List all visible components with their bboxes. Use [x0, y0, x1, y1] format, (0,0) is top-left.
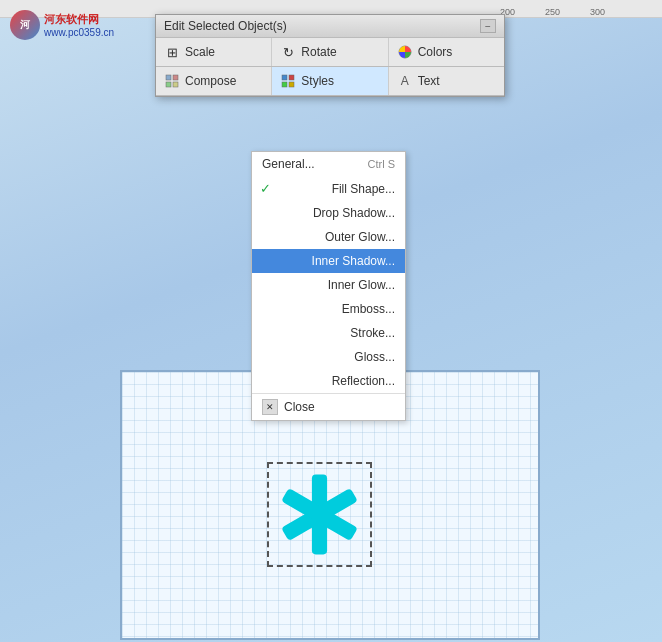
rotate-label: Rotate	[301, 45, 336, 59]
colors-icon	[397, 44, 413, 60]
menu-item-emboss[interactable]: Emboss...	[252, 297, 405, 321]
menu-close-label: Close	[284, 400, 315, 414]
fill-shape-check: ✓	[260, 181, 276, 196]
menu-item-general[interactable]: General... Ctrl S	[252, 152, 405, 176]
menu-item-close[interactable]: ✕ Close	[252, 393, 405, 420]
menu-item-reflection[interactable]: Reflection...	[252, 369, 405, 393]
ruler-mark-300: 300	[590, 7, 605, 17]
menu-item-drop-shadow-label: Drop Shadow...	[313, 206, 395, 220]
svg-rect-4	[166, 75, 171, 80]
rotate-button[interactable]: ↻ Rotate	[272, 38, 388, 66]
menu-item-gloss[interactable]: Gloss...	[252, 345, 405, 369]
styles-label: Styles	[301, 74, 334, 88]
scale-label: Scale	[185, 45, 215, 59]
ruler-mark-250: 250	[545, 7, 560, 17]
styles-button[interactable]: Styles	[272, 67, 388, 95]
menu-item-inner-glow[interactable]: Inner Glow...	[252, 273, 405, 297]
menu-item-inner-shadow-label: Inner Shadow...	[312, 254, 395, 268]
asterisk-container	[267, 462, 372, 567]
asterisk-shape	[272, 467, 367, 562]
compose-button[interactable]: Compose	[156, 67, 272, 95]
compose-label: Compose	[185, 74, 236, 88]
watermark-url: www.pc0359.cn	[44, 27, 114, 38]
svg-rect-10	[282, 82, 287, 87]
menu-item-emboss-label: Emboss...	[342, 302, 395, 316]
watermark-logo: 河	[10, 10, 40, 40]
menu-item-inner-glow-label: Inner Glow...	[328, 278, 395, 292]
dialog-titlebar: Edit Selected Object(s) −	[156, 15, 504, 38]
menu-item-fill-shape[interactable]: ✓ Fill Shape...	[252, 176, 405, 201]
menu-item-general-label: General...	[262, 157, 315, 171]
colors-button[interactable]: Colors	[389, 38, 504, 66]
compose-icon	[164, 73, 180, 89]
svg-rect-11	[289, 82, 294, 87]
menu-item-stroke[interactable]: Stroke...	[252, 321, 405, 345]
menu-item-stroke-label: Stroke...	[350, 326, 395, 340]
text-button[interactable]: A Text	[389, 67, 504, 95]
menu-item-general-shortcut: Ctrl S	[368, 158, 396, 170]
styles-icon	[280, 73, 296, 89]
rotate-icon: ↻	[280, 44, 296, 60]
svg-rect-8	[282, 75, 287, 80]
menu-item-gloss-label: Gloss...	[354, 350, 395, 364]
menu-item-fill-shape-label: Fill Shape...	[332, 182, 395, 196]
menu-item-reflection-label: Reflection...	[332, 374, 395, 388]
dialog-title: Edit Selected Object(s)	[164, 19, 287, 33]
menu-item-inner-shadow[interactable]: Inner Shadow...	[252, 249, 405, 273]
watermark-site: 河东软件网	[44, 12, 114, 27]
text-icon: A	[397, 73, 413, 89]
dialog-close-button[interactable]: −	[480, 19, 496, 33]
scale-icon: ⊞	[164, 44, 180, 60]
svg-rect-5	[173, 75, 178, 80]
text-label: Text	[418, 74, 440, 88]
scale-button[interactable]: ⊞ Scale	[156, 38, 272, 66]
svg-rect-9	[289, 75, 294, 80]
menu-item-outer-glow[interactable]: Outer Glow...	[252, 225, 405, 249]
dialog-window: Edit Selected Object(s) − ⊞ Scale ↻ Rota…	[155, 14, 505, 97]
colors-label: Colors	[418, 45, 453, 59]
close-icon: ✕	[262, 399, 278, 415]
menu-item-drop-shadow[interactable]: Drop Shadow...	[252, 201, 405, 225]
svg-rect-7	[173, 82, 178, 87]
watermark: 河 河东软件网 www.pc0359.cn	[10, 10, 114, 40]
svg-rect-6	[166, 82, 171, 87]
toolbar-row-2: Compose Styles A Text	[156, 67, 504, 96]
toolbar-row-1: ⊞ Scale ↻ Rotate Colors	[156, 38, 504, 67]
dropdown-menu: General... Ctrl S ✓ Fill Shape... Drop S…	[251, 151, 406, 421]
menu-item-outer-glow-label: Outer Glow...	[325, 230, 395, 244]
